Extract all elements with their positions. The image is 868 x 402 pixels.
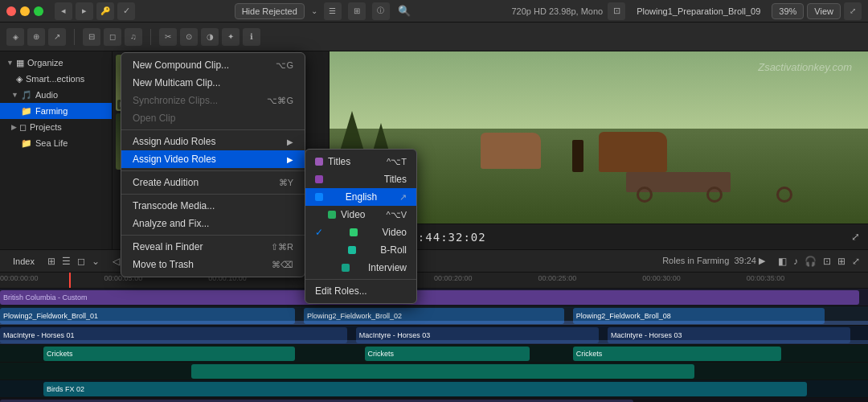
menu-item-assign-audio[interactable]: Assign Audio Roles ▶	[121, 133, 305, 150]
track-broll-content: Plowing2_Fieldwork_Broll_01 Plowing2_Fie…	[0, 306, 868, 325]
timeline-tab-index[interactable]: Index	[6, 255, 41, 268]
expand-icon[interactable]: ⤢	[851, 231, 860, 243]
submenu-item-titles1[interactable]: Titles ^⌥T	[305, 153, 416, 170]
tl-icon1[interactable]: ⊞	[46, 254, 57, 269]
clip-crickets1a[interactable]: Crickets	[43, 347, 295, 361]
share-icon[interactable]: ↗	[48, 28, 66, 46]
tick-5: 00:00:25:00	[538, 274, 577, 282]
filmstrip-icon[interactable]: ⊞	[348, 2, 366, 20]
close-button[interactable]	[6, 6, 16, 16]
maximize-button[interactable]	[34, 6, 43, 16]
key-icon[interactable]: 🔑	[96, 2, 114, 20]
edit-icon[interactable]: ✂	[159, 28, 177, 46]
sidebar-item-farming[interactable]: 📁 Farming	[0, 103, 112, 119]
track-broll: Plowing2_Fieldwork_Broll_01 Plowing2_Fie…	[0, 306, 868, 326]
submenu-item-broll[interactable]: B-Roll	[305, 241, 416, 259]
submenu-label-english: English	[346, 191, 377, 203]
tl-right-icon5[interactable]: ⊞	[836, 254, 847, 269]
transform-icon[interactable]: ⊙	[180, 28, 198, 46]
clip-birds[interactable]: Birds FX 02	[43, 382, 807, 396]
submenu-label-interview: Interview	[368, 262, 407, 273]
format-label: 720p HD 23.98p, Mono	[511, 6, 603, 16]
add-track-icon[interactable]: ◁	[111, 254, 121, 269]
search-icon[interactable]: 🔍	[396, 3, 412, 18]
tl-right-icon4[interactable]: ⊡	[821, 254, 833, 269]
clip-british-columbia[interactable]: British Columbia - Custom	[0, 290, 859, 305]
forward-icon[interactable]: ▸	[76, 2, 93, 20]
menu-item-create-audition[interactable]: Create Audition ⌘Y	[121, 174, 305, 191]
submenu-shortcut-titles1: ^⌥T	[387, 157, 407, 167]
menu-item-open[interactable]: Open Clip	[121, 109, 305, 127]
menu-shortcut-trash: ⌘⌫	[272, 260, 293, 270]
menu-item-analyze[interactable]: Analyze and Fix...	[121, 215, 305, 232]
sidebar-item-projects[interactable]: ▶ ◻ Projects	[0, 119, 112, 135]
menu-item-sync[interactable]: Synchronize Clips... ⌥⌘G	[121, 92, 305, 109]
track-crickets2-content	[0, 363, 868, 379]
tl-right-icon1[interactable]: ◧	[776, 254, 788, 269]
menu-item-assign-video[interactable]: Assign Video Roles ▶ Titles ^⌥T Titles E…	[121, 150, 305, 168]
menu-sep1	[121, 129, 305, 130]
menu-shortcut-create-audition: ⌘Y	[279, 178, 293, 188]
zoom-button[interactable]: 39%	[772, 3, 804, 19]
video1-dot	[328, 211, 336, 219]
menu-item-transcode[interactable]: Transcode Media...	[121, 197, 305, 215]
submenu-item-english[interactable]: English ↗	[305, 188, 416, 206]
tl-right-icon3[interactable]: 🎧	[803, 254, 818, 269]
menu-item-new-multicam[interactable]: New Multicam Clip...	[121, 74, 305, 92]
tl-right-icon2[interactable]: ♪	[792, 254, 800, 269]
menu-label-create-audition: Create Audition	[133, 177, 199, 188]
fullscreen-icon[interactable]: ⤢	[844, 2, 862, 20]
monitor-icon[interactable]: ⊡	[608, 2, 625, 20]
submenu-item-video1[interactable]: Video ^⌥V	[305, 206, 416, 224]
submenu-item-video2[interactable]: ✓ Video	[305, 224, 416, 241]
horse2	[599, 132, 667, 172]
tl-icon2[interactable]: ☰	[60, 254, 72, 269]
menu-shortcut-new-compound: ⌥G	[276, 60, 293, 71]
organize-icon: ▦	[16, 58, 24, 68]
minimize-button[interactable]	[20, 6, 30, 16]
back-icon[interactable]: ◂	[55, 2, 72, 20]
toolbar-effects: ✂ ⊙ ◑ ✦ ℹ	[159, 28, 260, 46]
view-button[interactable]: View	[807, 3, 841, 19]
tick-0: 00:00:00:00	[0, 274, 39, 282]
submenu-item-interview[interactable]: Interview	[305, 259, 416, 277]
sidebar-item-sealife[interactable]: 📁 Sea Life	[0, 135, 112, 151]
menu-item-new-compound[interactable]: New Compound Clip... ⌥G	[121, 56, 305, 74]
clip-horses2-label: MacIntyre - Horses 03	[359, 331, 431, 339]
sidebar-item-audio[interactable]: ▼ 🎵 Audio	[0, 87, 112, 103]
track-purple-content: British Columbia - Custom	[0, 289, 868, 306]
clip-broll2-label: Plowing2_Fieldwork_Broll_02	[307, 312, 402, 320]
timeline-icon[interactable]: ⊟	[83, 28, 100, 46]
horses-waveform	[0, 340, 868, 344]
clip-crickets1c[interactable]: Crickets	[573, 347, 781, 361]
menu-item-trash[interactable]: Move to Trash ⌘⌫	[121, 256, 305, 273]
list-view-icon[interactable]: ☰	[324, 2, 342, 20]
hide-rejected-caret: ⌄	[311, 6, 317, 15]
tl-icon4[interactable]: ⌄	[90, 254, 101, 269]
sealife-icon: 📁	[21, 138, 32, 149]
titles2-dot	[315, 175, 323, 183]
effects-icon[interactable]: ✦	[222, 28, 240, 46]
sidebar-item-smart[interactable]: ◈ Smart...ections	[0, 71, 112, 87]
import-icon[interactable]: ⊕	[27, 28, 45, 46]
tl-icon3[interactable]: ◻	[76, 254, 87, 269]
tl-right-icon6[interactable]: ⤢	[850, 254, 862, 269]
inspector-icon[interactable]: ℹ	[243, 28, 260, 46]
video2-checkmark: ✓	[315, 227, 323, 238]
check-icon[interactable]: ✓	[117, 2, 135, 20]
submenu-item-titles2[interactable]: Titles	[305, 170, 416, 188]
clip-crickets2a[interactable]	[191, 364, 694, 379]
audio-icon[interactable]: ♫	[125, 28, 142, 46]
sidebar-item-organize[interactable]: ▼ ▦ Organize	[0, 55, 112, 71]
toolbar-middle: ⊟ ◻ ♫	[83, 28, 142, 46]
libraries-icon[interactable]: ◈	[6, 28, 24, 46]
hide-rejected-button[interactable]: Hide Rejected	[235, 3, 305, 19]
metadata-icon[interactable]: ⓘ	[372, 2, 390, 20]
clip-icon[interactable]: ◻	[104, 28, 121, 46]
color-icon[interactable]: ◑	[201, 28, 219, 46]
menu-label-assign-audio: Assign Audio Roles	[133, 136, 215, 147]
submenu-item-edit-roles[interactable]: Edit Roles...	[305, 282, 416, 300]
clip-crickets1b[interactable]: Crickets	[365, 347, 530, 361]
smart-icon: ◈	[16, 74, 23, 84]
menu-item-reveal[interactable]: Reveal in Finder ⇧⌘R	[121, 238, 305, 256]
